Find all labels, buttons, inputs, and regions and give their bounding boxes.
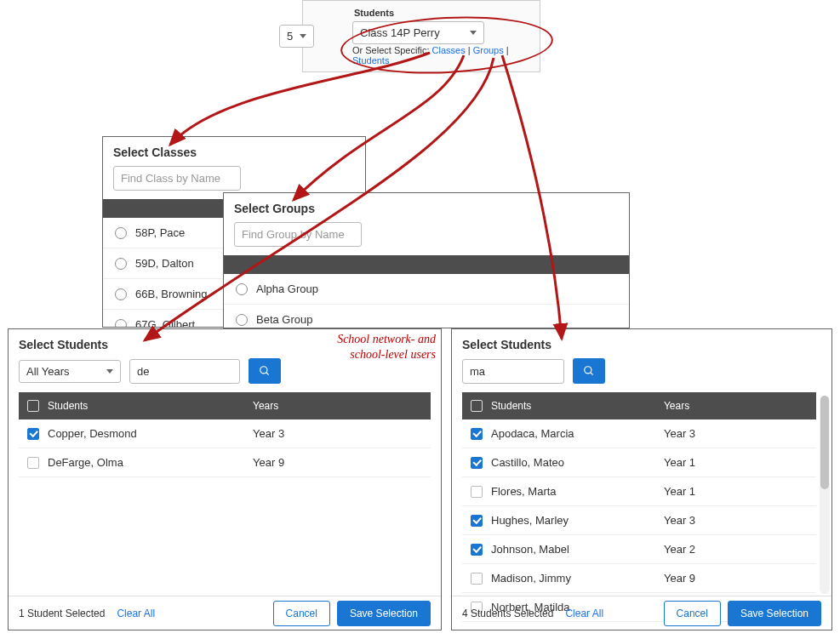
select-all-checkbox[interactable] [471,400,483,412]
student-row[interactable]: Johnson, MabelYear 2 [462,535,816,564]
class-label: 59D, Dalton [135,257,194,270]
student-year: Year 3 [660,427,816,440]
students-label: Students [354,8,394,18]
student-checkbox[interactable] [471,544,483,556]
years-dropdown[interactable]: All Years [19,360,121,383]
students-left-search-input[interactable] [129,359,240,384]
student-year: Year 9 [660,572,816,585]
cancel-button[interactable]: Cancel [664,601,721,626]
students-left-status: 1 Student Selected [19,608,105,619]
students-right-search-input[interactable] [462,359,564,384]
student-row[interactable]: Madison, JimmyYear 9 [462,564,816,593]
group-option[interactable]: Beta Group [224,305,629,328]
select-all-checkbox[interactable] [27,400,39,412]
save-selection-button[interactable]: Save Selection [337,601,431,626]
groups-title: Select Groups [224,193,629,222]
search-icon [259,365,271,377]
student-checkbox[interactable] [27,428,39,440]
groups-header-bar [224,255,629,274]
scrollbar-thumb[interactable] [820,396,829,489]
find-class-input[interactable] [113,166,241,191]
student-name: DeFarge, Olma [48,456,123,469]
students-right-search-button[interactable] [573,358,605,384]
cancel-button[interactable]: Cancel [273,601,330,626]
student-row[interactable]: Hughes, MarleyYear 3 [462,506,816,535]
radio-icon [236,283,248,295]
col-years: Years [249,400,431,412]
student-year: Year 9 [249,456,431,469]
radio-icon [236,314,248,326]
student-name: Apodaca, Marcia [491,427,574,440]
student-name: Madison, Jimmy [491,572,571,585]
page-size-dropdown[interactable]: 5 [279,25,314,48]
student-year: Year 1 [660,456,816,469]
chevron-down-icon [106,369,113,374]
annotation-left: School network- andschool-level users [283,332,436,362]
col-students: Students [491,400,531,412]
group-label: Beta Group [256,313,313,326]
svg-line-3 [591,373,593,375]
student-name: Flores, Marta [491,485,557,498]
student-name: Johnson, Mabel [491,543,569,556]
save-selection-button[interactable]: Save Selection [728,601,821,626]
chevron-down-icon [300,34,306,38]
svg-line-1 [266,373,269,375]
search-icon [583,365,595,377]
student-checkbox[interactable] [471,486,483,498]
page-size-value: 5 [287,30,293,43]
svg-point-0 [260,367,267,374]
class-label: 58P, Pace [135,226,185,239]
student-year: Year 3 [660,514,816,527]
scrollbar[interactable] [820,396,830,594]
col-students: Students [48,400,88,412]
class-label: 66B, Browning [135,288,208,300]
student-checkbox[interactable] [471,515,483,527]
clear-all-link[interactable]: Clear All [565,608,603,619]
clear-all-link[interactable]: Clear All [117,608,155,619]
find-group-input[interactable] [234,222,362,247]
student-row[interactable]: DeFarge, OlmaYear 9 [19,448,431,477]
student-year: Year 1 [660,485,816,498]
student-row[interactable]: Copper, DesmondYear 3 [19,419,431,448]
student-checkbox[interactable] [471,573,483,585]
class-label: 67G, Gilbert [135,318,195,328]
radio-icon [115,319,127,328]
student-year: Year 3 [249,427,431,440]
student-name: Copper, Desmond [48,427,137,440]
student-name: Hughes, Marley [491,514,569,527]
student-row[interactable]: Castillo, MateoYear 1 [462,448,816,477]
group-option[interactable]: Alpha Group [224,274,629,305]
student-year: Year 2 [660,543,816,556]
student-checkbox[interactable] [471,457,483,469]
student-checkbox[interactable] [27,457,39,469]
group-label: Alpha Group [256,282,318,295]
students-right-status: 4 Students Selected [462,608,553,619]
col-years: Years [660,400,816,412]
students-left-search-button[interactable] [249,358,281,384]
svg-point-2 [585,367,591,374]
student-checkbox[interactable] [471,428,483,440]
classes-title: Select Classes [103,137,365,166]
student-row[interactable]: Apodaca, MarciaYear 3 [462,419,816,448]
radio-icon [115,227,127,239]
radio-icon [115,258,127,270]
student-name: Castillo, Mateo [491,456,564,469]
student-row[interactable]: Flores, MartaYear 1 [462,477,816,506]
students-right-title: Select Students [452,329,831,358]
radio-icon [115,288,127,300]
